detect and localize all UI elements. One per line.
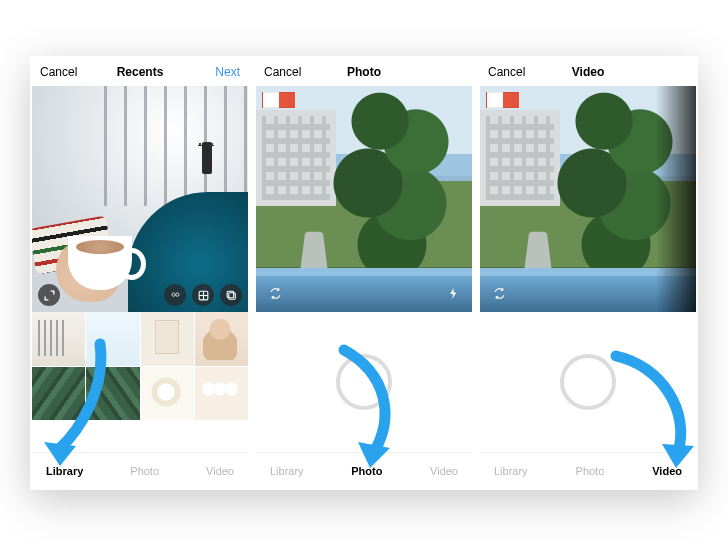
thumbnail[interactable] — [86, 367, 139, 421]
screen-library: Cancel Recents Next — [32, 58, 248, 488]
multi-select-icon[interactable] — [220, 284, 242, 306]
color-badge — [486, 92, 520, 108]
thumbnail[interactable] — [32, 312, 85, 366]
tab-library[interactable]: Library — [270, 465, 304, 477]
tab-photo[interactable]: Photo — [351, 465, 382, 477]
header-title[interactable]: Recents — [90, 65, 190, 79]
switch-camera-icon[interactable] — [488, 282, 510, 304]
screen-photo: Cancel Photo Library Photo — [256, 58, 472, 488]
cancel-button[interactable]: Cancel — [488, 65, 538, 79]
camera-viewfinder[interactable] — [480, 86, 696, 312]
viewfinder-image — [480, 86, 696, 312]
three-screen-composite: Cancel Recents Next — [30, 56, 698, 490]
screen-video: Cancel Video Library Photo Video — [480, 58, 696, 488]
svg-rect-4 — [227, 291, 234, 298]
preview-tool-row — [164, 284, 242, 306]
header: Cancel Photo — [256, 58, 472, 86]
cancel-button[interactable]: Cancel — [264, 65, 314, 79]
tab-video[interactable]: Video — [652, 465, 682, 477]
thumbnail[interactable] — [141, 367, 194, 421]
tab-library[interactable]: Library — [46, 465, 83, 477]
tab-library[interactable]: Library — [494, 465, 528, 477]
grid-icon[interactable] — [192, 284, 214, 306]
svg-rect-3 — [228, 292, 235, 299]
photo-grid — [32, 312, 248, 420]
header-title: Video — [538, 65, 638, 79]
tab-video[interactable]: Video — [206, 465, 234, 477]
color-badge — [262, 92, 296, 108]
thumbnail[interactable] — [141, 312, 194, 366]
selected-photo-preview[interactable] — [32, 86, 248, 312]
preview-image — [32, 86, 248, 312]
flash-icon[interactable] — [442, 282, 464, 304]
bottom-tabs: Library Photo Video — [256, 452, 472, 488]
bottom-tabs: Library Photo Video — [480, 452, 696, 488]
capture-area — [480, 312, 696, 452]
tab-photo[interactable]: Photo — [130, 465, 159, 477]
tab-video[interactable]: Video — [430, 465, 458, 477]
thumbnail[interactable] — [32, 367, 85, 421]
viewfinder-image — [256, 86, 472, 312]
next-button[interactable]: Next — [190, 65, 240, 79]
thumbnail[interactable] — [86, 312, 139, 366]
header: Cancel Video — [480, 58, 696, 86]
shutter-button[interactable] — [336, 354, 392, 410]
record-button[interactable] — [560, 354, 616, 410]
infinity-icon[interactable] — [164, 284, 186, 306]
camera-viewfinder[interactable] — [256, 86, 472, 312]
header-title: Photo — [314, 65, 414, 79]
capture-area — [256, 312, 472, 452]
expand-icon[interactable] — [38, 284, 60, 306]
tab-photo[interactable]: Photo — [576, 465, 605, 477]
header: Cancel Recents Next — [32, 58, 248, 86]
thumbnail[interactable] — [195, 367, 248, 421]
bottom-tabs: Library Photo Video — [32, 452, 248, 488]
cancel-button[interactable]: Cancel — [40, 65, 90, 79]
thumbnail[interactable] — [195, 312, 248, 366]
switch-camera-icon[interactable] — [264, 282, 286, 304]
